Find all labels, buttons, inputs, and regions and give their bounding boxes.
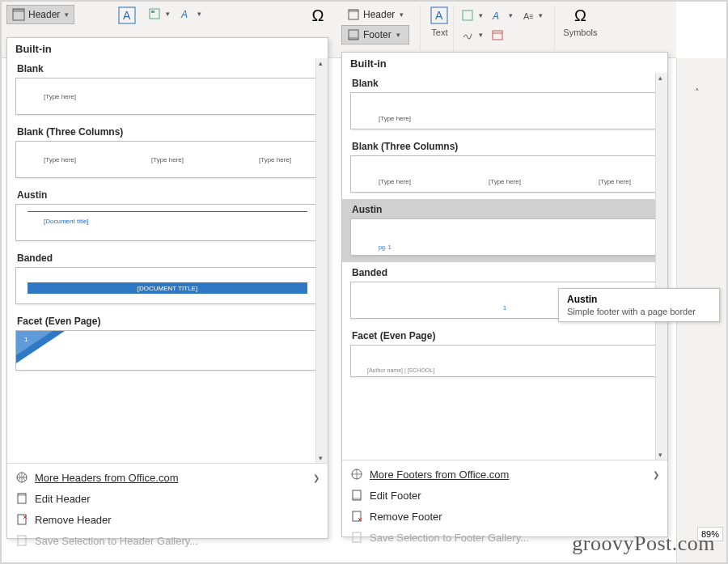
svg-text:A≡: A≡: [523, 11, 533, 21]
textbox-icon[interactable]: A: [429, 5, 450, 26]
svg-text:A: A: [435, 9, 443, 22]
gallery-item-blank3[interactable]: Blank (Three Columns) [Type here] [Type …: [342, 136, 667, 199]
header-label: Header: [28, 9, 60, 20]
svg-rect-15: [349, 10, 358, 12]
svg-rect-13: [18, 536, 26, 545]
symbol-button-left[interactable]: Ω: [307, 5, 328, 26]
gallery-item-facet-header[interactable]: Facet (Even Page) 1: [7, 311, 328, 377]
gallery-item-blank[interactable]: Blank [Type here]: [342, 73, 667, 136]
header-gallery: Built-in Blank [Type here] Blank (Three …: [6, 37, 328, 539]
page-edit-icon: [350, 489, 363, 502]
globe-icon: [350, 468, 363, 481]
svg-rect-5: [151, 11, 154, 13]
gallery-section-builtin: Built-in: [7, 38, 328, 58]
page-remove-icon: [15, 513, 28, 526]
symbol-button[interactable]: Ω: [569, 5, 590, 26]
gallery-section-builtin: Built-in: [342, 53, 667, 73]
watermark: groovyPost.com: [572, 532, 715, 556]
signature-button[interactable]: [459, 26, 485, 44]
header-icon: [12, 8, 25, 21]
wordart-button[interactable]: A: [177, 5, 204, 23]
dropcap-icon: A≡: [521, 9, 534, 22]
signature-icon: [461, 28, 474, 41]
footer-icon: [347, 28, 360, 41]
gallery-scrollbar-right[interactable]: [655, 73, 667, 460]
wordart-button[interactable]: A: [489, 6, 515, 24]
remove-header-menu[interactable]: Remove Header: [7, 509, 328, 530]
svg-rect-17: [349, 37, 358, 40]
page-edit-icon: [15, 492, 28, 505]
save-header-gallery-menu: Save Selection to Header Gallery...: [7, 530, 328, 551]
text-group-right: A Text: [425, 5, 454, 53]
svg-rect-31: [353, 532, 361, 542]
wordart-icon: A: [491, 9, 504, 22]
quickparts-button[interactable]: [146, 5, 172, 23]
gallery-item-facet-footer[interactable]: Facet (Even Page) [Author name] | [SCHOO…: [342, 325, 667, 384]
save-gallery-icon: [15, 534, 28, 547]
quickparts-icon: [148, 7, 161, 20]
symbols-group-right: Ω Symbols: [560, 5, 600, 53]
svg-rect-20: [463, 11, 472, 20]
svg-rect-9: [18, 494, 26, 496]
quickparts-icon: [461, 9, 474, 22]
wordart-icon: A: [180, 7, 193, 20]
svg-rect-4: [150, 9, 159, 19]
gallery-item-blank[interactable]: Blank [Type here]: [7, 58, 328, 121]
chevron-right-icon: ❯: [653, 470, 659, 479]
gallery-scrollbar-left[interactable]: [315, 58, 328, 463]
gallery-footer-left: More Headers from Office.com ❯ Edit Head…: [7, 463, 328, 554]
more-headers-menu[interactable]: More Headers from Office.com ❯: [7, 467, 328, 488]
edit-header-menu[interactable]: Edit Header: [7, 488, 328, 509]
svg-text:A: A: [123, 9, 131, 22]
datetime-button[interactable]: [489, 26, 506, 44]
svg-rect-23: [493, 31, 502, 40]
datetime-icon: [491, 28, 504, 41]
header-dropdown-button[interactable]: Header: [6, 5, 74, 24]
tooltip-austin: Austin Simple footer with a page border: [558, 288, 720, 322]
textbox-icon[interactable]: A: [116, 5, 138, 26]
save-gallery-icon: [350, 531, 363, 544]
dropcap-button[interactable]: A≡: [518, 6, 545, 24]
svg-rect-27: [353, 498, 361, 500]
gallery-item-austin-header[interactable]: Austin [Document title]: [7, 184, 328, 248]
gallery-item-blank3[interactable]: Blank (Three Columns) [Type here] [Type …: [7, 121, 328, 184]
quickparts-button[interactable]: [459, 6, 485, 24]
remove-footer-menu[interactable]: Remove Footer: [342, 506, 667, 527]
header-icon: [347, 8, 360, 21]
globe-icon: [15, 471, 28, 484]
gallery-item-austin-footer[interactable]: Austin pg. 1: [342, 199, 667, 262]
header-dropdown-button-right[interactable]: Header: [341, 5, 409, 24]
gallery-item-banded-header[interactable]: Banded [DOCUMENT TITLE]: [7, 248, 328, 311]
footer-dropdown-button[interactable]: Footer: [341, 25, 409, 45]
svg-rect-1: [13, 9, 24, 12]
ribbon-right: Header Footer A Text A: [336, 2, 676, 58]
edit-footer-menu[interactable]: Edit Footer: [342, 485, 667, 506]
more-footers-menu[interactable]: More Footers from Office.com ❯: [342, 464, 667, 485]
chevron-right-icon: ❯: [313, 473, 320, 482]
svg-text:A: A: [180, 9, 188, 19]
svg-text:A: A: [492, 11, 499, 21]
page-remove-icon: [350, 510, 363, 523]
collapse-ribbon-icon[interactable]: ˄: [695, 87, 700, 98]
